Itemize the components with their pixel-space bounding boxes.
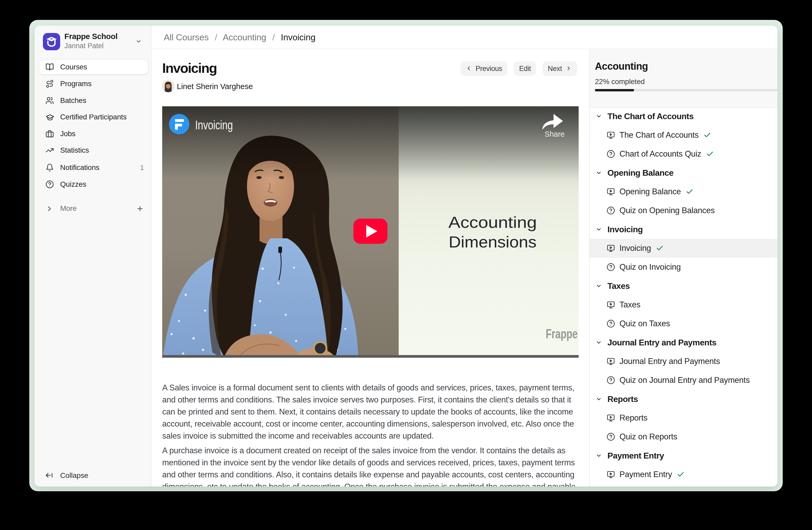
svg-text:Accounting: Accounting: [448, 213, 537, 231]
svg-text:Share: Share: [545, 130, 565, 138]
svg-text:Invoicing: Invoicing: [195, 118, 233, 132]
svg-text:Dimensions: Dimensions: [449, 233, 537, 251]
svg-text:Frappe: Frappe: [546, 326, 578, 341]
